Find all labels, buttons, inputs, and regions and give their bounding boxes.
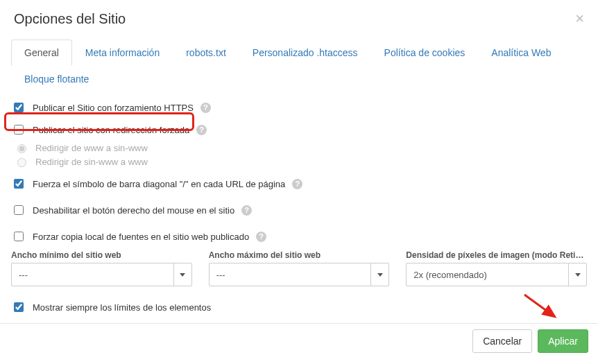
checkbox-show-boundaries[interactable] <box>14 302 24 312</box>
label-disable-right-click: Deshabilitar el botón derecho del mouse … <box>33 205 234 216</box>
select-max-width[interactable]: --- <box>209 263 390 286</box>
checkbox-redirect-force[interactable] <box>14 125 24 135</box>
tab-politica-cookies[interactable]: Política de cookies <box>371 40 479 66</box>
close-icon[interactable]: × <box>575 11 584 26</box>
radio-www-to-nonwww <box>17 144 26 153</box>
apply-button[interactable]: Aplicar <box>538 329 588 353</box>
help-icon[interactable]: ? <box>200 103 211 113</box>
checkbox-trailing-slash[interactable] <box>14 179 24 189</box>
radio-nonwww-to-www <box>17 158 26 167</box>
label-redirect-force: Publicar el sitio con redirección forzad… <box>33 125 189 135</box>
label-pixel-density: Densidad de píxeles de imagen (modo Reti… <box>406 250 587 260</box>
help-icon[interactable]: ? <box>256 232 266 242</box>
label-www-to-nonwww: Redirigir de www a sin-www <box>35 143 148 153</box>
label-trailing-slash: Fuerza el símbolo de barra diagonal "/" … <box>33 179 285 189</box>
tabs-bar: General Meta información robots.txt Pers… <box>0 33 598 92</box>
checkbox-https-force[interactable] <box>14 103 24 112</box>
cancel-button[interactable]: Cancelar <box>472 329 532 353</box>
chevron-down-icon <box>568 263 586 286</box>
help-icon[interactable]: ? <box>292 179 302 189</box>
tab-meta-informacion[interactable]: Meta información <box>72 40 173 66</box>
tab-robots-txt[interactable]: robots.txt <box>173 40 239 66</box>
chevron-down-icon <box>173 263 191 286</box>
dialog-title: Opciones del Sitio <box>14 11 126 27</box>
label-min-width: Ancho mínimo del sitio web <box>11 250 192 260</box>
label-force-local-fonts: Forzar copia local de fuentes en el siti… <box>33 232 249 242</box>
tab-general[interactable]: General <box>11 40 72 66</box>
chevron-down-icon <box>370 263 388 286</box>
select-pixel-density-value: 2x (recomendado) <box>407 270 568 280</box>
select-max-width-value: --- <box>210 270 371 280</box>
label-max-width: Ancho máximo del sitio web <box>209 250 390 260</box>
select-min-width-value: --- <box>12 270 173 280</box>
help-icon[interactable]: ? <box>241 205 252 216</box>
select-pixel-density[interactable]: 2x (recomendado) <box>406 263 587 286</box>
label-https-force: Publicar el Sitio con forzamiento HTTPS <box>33 103 194 113</box>
select-min-width[interactable]: --- <box>11 263 192 286</box>
label-show-boundaries: Mostrar siempre los límites de los eleme… <box>33 302 211 313</box>
footer-divider <box>0 323 598 324</box>
tab-bloque-flotante[interactable]: Bloque flotante <box>11 66 102 92</box>
checkbox-force-local-fonts[interactable] <box>14 232 24 241</box>
help-icon[interactable]: ? <box>196 125 207 135</box>
tab-analitica-web[interactable]: Analítica Web <box>478 40 564 66</box>
checkbox-disable-right-click[interactable] <box>14 205 24 215</box>
tab-personalizado-htaccess[interactable]: Personalizado .htaccess <box>239 40 371 66</box>
label-nonwww-to-www: Redirigir de sin-www a www <box>35 157 148 167</box>
